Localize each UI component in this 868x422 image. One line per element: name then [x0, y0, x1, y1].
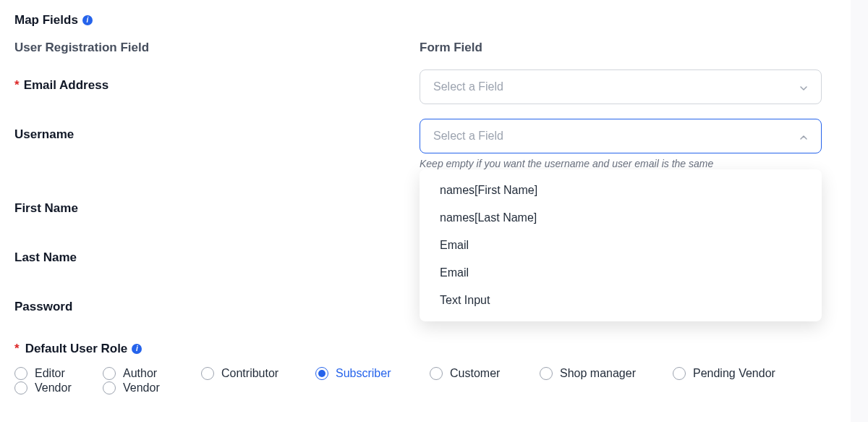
field-label-email: * Email Address [14, 69, 420, 93]
role-option-pending-vendor[interactable]: Pending Vendor [673, 366, 836, 381]
col-header-right: Form Field [420, 41, 836, 55]
role-label: Customer [450, 367, 500, 380]
info-icon[interactable]: i [82, 15, 93, 25]
required-star: * [14, 342, 20, 356]
field-label-first-name: First Name [14, 201, 420, 216]
role-option-vendor[interactable]: Vendor [14, 381, 103, 395]
select-username-field[interactable]: Select a Field [420, 119, 822, 153]
dropdown-option[interactable]: names[Last Name] [420, 204, 822, 232]
field-label-text: Password [14, 300, 72, 314]
select-placeholder: Select a Field [433, 80, 503, 93]
role-option-vendor-2[interactable]: Vendor [103, 381, 201, 395]
field-label-text: Username [14, 127, 74, 142]
dropdown-option[interactable]: names[First Name] [420, 177, 822, 204]
chevron-up-icon [799, 132, 808, 140]
role-label: Editor [35, 367, 65, 380]
dropdown-option[interactable]: Email [420, 259, 822, 287]
username-dropdown-panel: names[First Name] names[Last Name] Email… [420, 169, 822, 321]
field-label-username: Username [14, 119, 420, 142]
col-header-left: User Registration Field [14, 41, 420, 55]
field-row-username: Username Select a Field Keep empty if yo… [14, 119, 836, 169]
role-option-editor[interactable]: Editor [14, 366, 103, 381]
role-option-contributor[interactable]: Contributor [201, 366, 315, 381]
chevron-down-icon [799, 83, 808, 91]
default-user-role-section: * Default User Role i Editor Author Cont… [14, 342, 836, 395]
role-option-author[interactable]: Author [103, 366, 201, 381]
field-label-password: Password [14, 300, 420, 314]
required-star: * [14, 78, 20, 93]
role-title: * Default User Role i [14, 342, 836, 356]
role-label: Pending Vendor [693, 367, 775, 380]
radio-icon [673, 367, 686, 380]
select-email-field[interactable]: Select a Field [420, 69, 822, 104]
info-icon[interactable]: i [132, 344, 142, 354]
select-placeholder: Select a Field [433, 130, 503, 143]
section-title-text: Map Fields [14, 13, 78, 28]
radio-icon [103, 367, 116, 380]
dropdown-option[interactable]: Email [420, 232, 822, 259]
scrollbar-track [851, 0, 868, 422]
radio-icon [430, 367, 443, 380]
role-label: Author [123, 367, 157, 380]
radio-icon [14, 367, 27, 380]
field-label-text: First Name [14, 201, 78, 216]
field-label-last-name: Last Name [14, 250, 420, 265]
radio-icon [540, 367, 553, 380]
radio-icon [103, 381, 116, 394]
radio-icon [14, 381, 27, 394]
role-option-shop-manager[interactable]: Shop manager [540, 366, 673, 381]
role-radio-group: Editor Author Contributor Subscriber Cus… [14, 366, 836, 395]
username-hint: Keep empty if you want the username and … [420, 158, 822, 169]
columns-header: User Registration Field Form Field [14, 41, 836, 55]
radio-icon [201, 367, 214, 380]
section-title: Map Fields i [14, 13, 836, 28]
role-label: Contributor [221, 367, 278, 380]
role-title-text: Default User Role [25, 342, 128, 356]
role-option-customer[interactable]: Customer [430, 366, 540, 381]
role-label: Shop manager [560, 367, 636, 380]
field-row-email: * Email Address Select a Field [14, 69, 836, 104]
field-label-text: Email Address [24, 78, 109, 93]
role-option-subscriber[interactable]: Subscriber [315, 366, 430, 381]
role-label: Vendor [35, 381, 72, 394]
dropdown-option[interactable]: Text Input [420, 287, 822, 314]
role-label: Subscriber [336, 367, 391, 380]
field-label-text: Last Name [14, 250, 77, 265]
radio-icon-selected [315, 367, 328, 380]
role-label: Vendor [123, 381, 160, 394]
